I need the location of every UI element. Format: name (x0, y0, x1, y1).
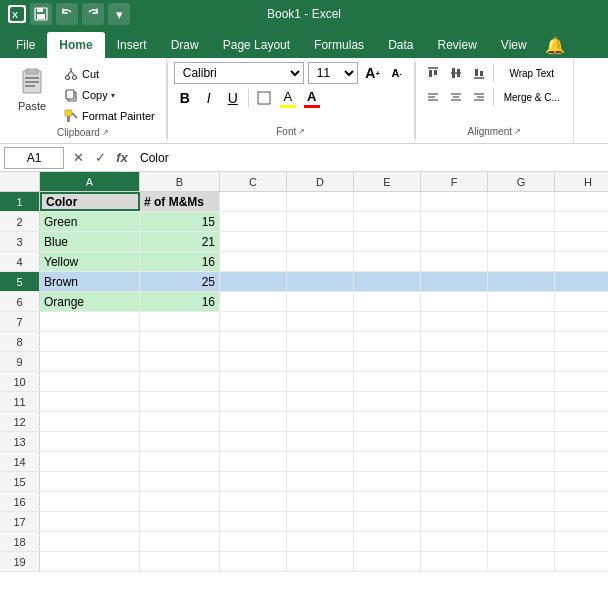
align-top-button[interactable] (422, 62, 444, 84)
cell-h3[interactable] (555, 232, 608, 251)
redo-button[interactable] (82, 3, 104, 25)
align-middle-button[interactable] (445, 62, 467, 84)
cell-d3[interactable] (287, 232, 354, 251)
col-header-a[interactable]: A (40, 172, 140, 191)
cell-e2[interactable] (354, 212, 421, 231)
cancel-formula-icon[interactable]: ✕ (68, 148, 88, 168)
cell-c14[interactable] (220, 452, 287, 471)
cell-e3[interactable] (354, 232, 421, 251)
cell-a4[interactable]: Yellow (40, 252, 140, 271)
cell-g12[interactable] (488, 412, 555, 431)
cell-a17[interactable] (40, 512, 140, 531)
cell-g17[interactable] (488, 512, 555, 531)
cell-c16[interactable] (220, 492, 287, 511)
bold-button[interactable]: B (174, 87, 196, 109)
font-size-select[interactable]: 11 (308, 62, 358, 84)
clipboard-expand-icon[interactable]: ↗ (102, 128, 109, 137)
paste-button[interactable]: Paste (8, 62, 56, 114)
cell-c15[interactable] (220, 472, 287, 491)
cell-f15[interactable] (421, 472, 488, 491)
cell-a2[interactable]: Green (40, 212, 140, 231)
cell-g18[interactable] (488, 532, 555, 551)
cell-f9[interactable] (421, 352, 488, 371)
cell-b12[interactable] (140, 412, 220, 431)
italic-button[interactable]: I (198, 87, 220, 109)
cell-f1[interactable] (421, 192, 488, 211)
cell-e12[interactable] (354, 412, 421, 431)
cell-b3[interactable]: 21 (140, 232, 220, 251)
cell-d19[interactable] (287, 552, 354, 571)
merge-center-button[interactable]: Merge & C... (497, 86, 567, 108)
cell-g7[interactable] (488, 312, 555, 331)
cell-d5[interactable] (287, 272, 354, 291)
cell-h2[interactable] (555, 212, 608, 231)
cell-e18[interactable] (354, 532, 421, 551)
cell-f8[interactable] (421, 332, 488, 351)
cell-d17[interactable] (287, 512, 354, 531)
tab-data[interactable]: Data (376, 32, 425, 58)
cell-c12[interactable] (220, 412, 287, 431)
confirm-formula-icon[interactable]: ✓ (90, 148, 110, 168)
align-bottom-button[interactable] (468, 62, 490, 84)
cell-h10[interactable] (555, 372, 608, 391)
cell-c1[interactable] (220, 192, 287, 211)
cell-e14[interactable] (354, 452, 421, 471)
cell-b11[interactable] (140, 392, 220, 411)
font-color-button[interactable]: A (301, 87, 323, 109)
col-header-b[interactable]: B (140, 172, 220, 191)
cell-c6[interactable] (220, 292, 287, 311)
cell-h5[interactable] (555, 272, 608, 291)
cell-c13[interactable] (220, 432, 287, 451)
cell-a12[interactable] (40, 412, 140, 431)
cell-b17[interactable] (140, 512, 220, 531)
cell-g19[interactable] (488, 552, 555, 571)
cell-e11[interactable] (354, 392, 421, 411)
cell-a11[interactable] (40, 392, 140, 411)
cell-d12[interactable] (287, 412, 354, 431)
cell-c7[interactable] (220, 312, 287, 331)
cell-b9[interactable] (140, 352, 220, 371)
cell-g2[interactable] (488, 212, 555, 231)
cell-f5[interactable] (421, 272, 488, 291)
cell-g13[interactable] (488, 432, 555, 451)
cell-f11[interactable] (421, 392, 488, 411)
cell-f13[interactable] (421, 432, 488, 451)
cell-h7[interactable] (555, 312, 608, 331)
alignment-expand-icon[interactable]: ↗ (514, 127, 521, 136)
cell-e15[interactable] (354, 472, 421, 491)
cell-e8[interactable] (354, 332, 421, 351)
cell-h1[interactable] (555, 192, 608, 211)
cell-g11[interactable] (488, 392, 555, 411)
cell-a1[interactable]: Color (40, 192, 140, 211)
cell-b19[interactable] (140, 552, 220, 571)
cell-e5[interactable] (354, 272, 421, 291)
cell-g1[interactable] (488, 192, 555, 211)
increase-font-size-button[interactable]: A+ (362, 62, 384, 84)
cell-d10[interactable] (287, 372, 354, 391)
align-left-button[interactable] (422, 86, 444, 108)
cell-d9[interactable] (287, 352, 354, 371)
font-expand-icon[interactable]: ↗ (298, 127, 305, 136)
cell-g15[interactable] (488, 472, 555, 491)
tab-home[interactable]: Home (47, 32, 104, 58)
cell-h19[interactable] (555, 552, 608, 571)
fill-color-button[interactable]: A (277, 87, 299, 109)
cell-b8[interactable] (140, 332, 220, 351)
cell-g8[interactable] (488, 332, 555, 351)
cell-b10[interactable] (140, 372, 220, 391)
cell-d2[interactable] (287, 212, 354, 231)
cell-a19[interactable] (40, 552, 140, 571)
cell-a8[interactable] (40, 332, 140, 351)
cell-h9[interactable] (555, 352, 608, 371)
cell-b18[interactable] (140, 532, 220, 551)
quick-access-more-button[interactable]: ▾ (108, 3, 130, 25)
tab-insert[interactable]: Insert (105, 32, 159, 58)
col-header-g[interactable]: G (488, 172, 555, 191)
cell-f14[interactable] (421, 452, 488, 471)
cell-h16[interactable] (555, 492, 608, 511)
cell-e13[interactable] (354, 432, 421, 451)
col-header-h[interactable]: H (555, 172, 608, 191)
cell-h13[interactable] (555, 432, 608, 451)
cell-e10[interactable] (354, 372, 421, 391)
cell-b4[interactable]: 16 (140, 252, 220, 271)
